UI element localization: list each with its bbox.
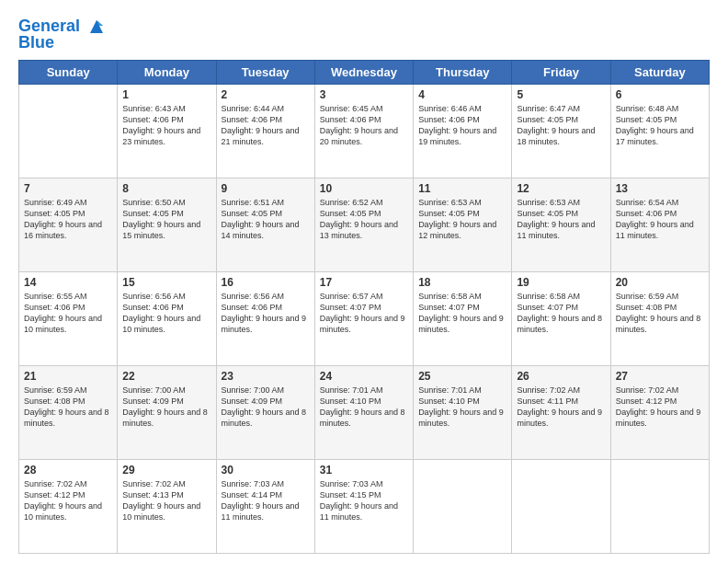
day-number: 17 xyxy=(320,276,408,289)
calendar-day-cell: 2Sunrise: 6:44 AM Sunset: 4:06 PM Daylig… xyxy=(216,85,314,178)
calendar-day-cell: 30Sunrise: 7:03 AM Sunset: 4:14 PM Dayli… xyxy=(216,460,314,554)
calendar-day-cell: 18Sunrise: 6:58 AM Sunset: 4:07 PM Dayli… xyxy=(414,272,512,366)
day-number: 27 xyxy=(616,370,704,383)
calendar-day-cell: 20Sunrise: 6:59 AM Sunset: 4:08 PM Dayli… xyxy=(610,272,709,366)
day-number: 9 xyxy=(222,182,310,195)
day-info: Sunrise: 7:03 AM Sunset: 4:14 PM Dayligh… xyxy=(222,478,310,523)
calendar-day-cell: 25Sunrise: 7:01 AM Sunset: 4:10 PM Dayli… xyxy=(414,366,512,460)
day-number: 22 xyxy=(122,370,210,383)
calendar-day-cell: 3Sunrise: 6:45 AM Sunset: 4:06 PM Daylig… xyxy=(314,85,413,178)
calendar-day-cell: 14Sunrise: 6:55 AM Sunset: 4:06 PM Dayli… xyxy=(19,272,118,366)
day-info: Sunrise: 6:49 AM Sunset: 4:05 PM Dayligh… xyxy=(24,197,112,242)
day-info: Sunrise: 7:00 AM Sunset: 4:09 PM Dayligh… xyxy=(122,385,210,430)
day-number: 6 xyxy=(616,88,704,101)
day-of-week-header: Thursday xyxy=(414,61,512,85)
calendar-day-cell: 23Sunrise: 7:00 AM Sunset: 4:09 PM Dayli… xyxy=(216,366,314,460)
day-number: 10 xyxy=(320,182,408,195)
calendar-day-cell: 4Sunrise: 6:46 AM Sunset: 4:06 PM Daylig… xyxy=(414,85,512,178)
calendar-day-cell: 21Sunrise: 6:59 AM Sunset: 4:08 PM Dayli… xyxy=(19,366,118,460)
day-info: Sunrise: 6:53 AM Sunset: 4:05 PM Dayligh… xyxy=(517,197,605,242)
calendar-week-row: 1Sunrise: 6:43 AM Sunset: 4:06 PM Daylig… xyxy=(19,85,710,178)
calendar-day-cell: 9Sunrise: 6:51 AM Sunset: 4:05 PM Daylig… xyxy=(216,178,314,272)
day-number: 2 xyxy=(222,88,310,101)
day-number: 16 xyxy=(222,276,310,289)
page: General Blue SundayMondayTuesdayWednesda… xyxy=(0,0,728,563)
day-info: Sunrise: 6:53 AM Sunset: 4:05 PM Dayligh… xyxy=(418,197,506,242)
calendar-week-row: 14Sunrise: 6:55 AM Sunset: 4:06 PM Dayli… xyxy=(19,272,710,366)
day-number: 24 xyxy=(320,370,408,383)
calendar-day-cell: 19Sunrise: 6:58 AM Sunset: 4:07 PM Dayli… xyxy=(512,272,610,366)
calendar-week-row: 28Sunrise: 7:02 AM Sunset: 4:12 PM Dayli… xyxy=(19,460,710,554)
empty-cell xyxy=(610,460,709,554)
logo-general: General xyxy=(18,17,80,35)
day-number: 19 xyxy=(517,276,605,289)
day-info: Sunrise: 6:56 AM Sunset: 4:06 PM Dayligh… xyxy=(222,291,310,336)
day-of-week-header: Saturday xyxy=(610,61,709,85)
empty-cell xyxy=(414,460,512,554)
day-of-week-header: Wednesday xyxy=(314,61,413,85)
calendar-day-cell: 8Sunrise: 6:50 AM Sunset: 4:05 PM Daylig… xyxy=(118,178,216,272)
day-info: Sunrise: 7:00 AM Sunset: 4:09 PM Dayligh… xyxy=(222,385,310,430)
day-info: Sunrise: 7:02 AM Sunset: 4:11 PM Dayligh… xyxy=(517,385,605,430)
calendar-day-cell: 16Sunrise: 6:56 AM Sunset: 4:06 PM Dayli… xyxy=(216,272,314,366)
empty-cell xyxy=(512,460,610,554)
day-info: Sunrise: 6:59 AM Sunset: 4:08 PM Dayligh… xyxy=(24,385,112,430)
day-number: 13 xyxy=(616,182,704,195)
day-number: 25 xyxy=(418,370,506,383)
day-info: Sunrise: 6:48 AM Sunset: 4:05 PM Dayligh… xyxy=(616,103,704,148)
calendar-day-cell: 27Sunrise: 7:02 AM Sunset: 4:12 PM Dayli… xyxy=(610,366,709,460)
day-info: Sunrise: 7:01 AM Sunset: 4:10 PM Dayligh… xyxy=(320,385,408,430)
day-info: Sunrise: 7:02 AM Sunset: 4:12 PM Dayligh… xyxy=(616,385,704,430)
day-number: 7 xyxy=(24,182,112,195)
day-info: Sunrise: 7:01 AM Sunset: 4:10 PM Dayligh… xyxy=(418,385,506,430)
day-info: Sunrise: 6:58 AM Sunset: 4:07 PM Dayligh… xyxy=(418,291,506,336)
calendar-day-cell: 7Sunrise: 6:49 AM Sunset: 4:05 PM Daylig… xyxy=(19,178,118,272)
calendar-table: SundayMondayTuesdayWednesdayThursdayFrid… xyxy=(18,60,710,554)
day-of-week-header: Monday xyxy=(118,61,216,85)
calendar-day-cell: 10Sunrise: 6:52 AM Sunset: 4:05 PM Dayli… xyxy=(314,178,413,272)
day-info: Sunrise: 6:45 AM Sunset: 4:06 PM Dayligh… xyxy=(320,103,408,148)
day-info: Sunrise: 6:54 AM Sunset: 4:06 PM Dayligh… xyxy=(616,197,704,242)
calendar-day-cell: 22Sunrise: 7:00 AM Sunset: 4:09 PM Dayli… xyxy=(118,366,216,460)
day-number: 31 xyxy=(320,464,408,477)
day-number: 12 xyxy=(517,182,605,195)
calendar-day-cell: 29Sunrise: 7:02 AM Sunset: 4:13 PM Dayli… xyxy=(118,460,216,554)
svg-marker-0 xyxy=(90,20,103,33)
calendar-day-cell: 1Sunrise: 6:43 AM Sunset: 4:06 PM Daylig… xyxy=(118,85,216,178)
calendar-day-cell: 15Sunrise: 6:56 AM Sunset: 4:06 PM Dayli… xyxy=(118,272,216,366)
day-number: 4 xyxy=(418,88,506,101)
day-info: Sunrise: 6:59 AM Sunset: 4:08 PM Dayligh… xyxy=(616,291,704,336)
day-number: 1 xyxy=(122,88,210,101)
logo-bird-icon xyxy=(86,17,107,37)
calendar-day-cell: 31Sunrise: 7:03 AM Sunset: 4:15 PM Dayli… xyxy=(314,460,413,554)
day-info: Sunrise: 6:56 AM Sunset: 4:06 PM Dayligh… xyxy=(122,291,210,336)
day-of-week-header: Tuesday xyxy=(216,61,314,85)
header: General Blue xyxy=(18,17,710,52)
day-number: 8 xyxy=(122,182,210,195)
day-number: 30 xyxy=(222,464,310,477)
day-info: Sunrise: 7:02 AM Sunset: 4:12 PM Dayligh… xyxy=(24,478,112,523)
calendar-day-cell: 28Sunrise: 7:02 AM Sunset: 4:12 PM Dayli… xyxy=(19,460,118,554)
calendar-day-cell: 26Sunrise: 7:02 AM Sunset: 4:11 PM Dayli… xyxy=(512,366,610,460)
day-info: Sunrise: 6:51 AM Sunset: 4:05 PM Dayligh… xyxy=(222,197,310,242)
calendar-day-cell: 24Sunrise: 7:01 AM Sunset: 4:10 PM Dayli… xyxy=(314,366,413,460)
calendar-day-cell: 17Sunrise: 6:57 AM Sunset: 4:07 PM Dayli… xyxy=(314,272,413,366)
day-number: 21 xyxy=(24,370,112,383)
calendar-week-row: 21Sunrise: 6:59 AM Sunset: 4:08 PM Dayli… xyxy=(19,366,710,460)
calendar-day-cell: 11Sunrise: 6:53 AM Sunset: 4:05 PM Dayli… xyxy=(414,178,512,272)
day-of-week-header: Sunday xyxy=(19,61,118,85)
day-info: Sunrise: 6:43 AM Sunset: 4:06 PM Dayligh… xyxy=(122,103,210,148)
calendar-day-cell: 13Sunrise: 6:54 AM Sunset: 4:06 PM Dayli… xyxy=(610,178,709,272)
day-number: 5 xyxy=(517,88,605,101)
day-number: 3 xyxy=(320,88,408,101)
day-info: Sunrise: 7:03 AM Sunset: 4:15 PM Dayligh… xyxy=(320,478,408,523)
day-number: 26 xyxy=(517,370,605,383)
day-info: Sunrise: 6:44 AM Sunset: 4:06 PM Dayligh… xyxy=(222,103,310,148)
day-number: 28 xyxy=(24,464,112,477)
calendar-day-cell: 6Sunrise: 6:48 AM Sunset: 4:05 PM Daylig… xyxy=(610,85,709,178)
day-of-week-header: Friday xyxy=(512,61,610,85)
day-info: Sunrise: 6:52 AM Sunset: 4:05 PM Dayligh… xyxy=(320,197,408,242)
empty-cell xyxy=(19,85,118,178)
calendar-day-cell: 5Sunrise: 6:47 AM Sunset: 4:05 PM Daylig… xyxy=(512,85,610,178)
day-number: 15 xyxy=(122,276,210,289)
